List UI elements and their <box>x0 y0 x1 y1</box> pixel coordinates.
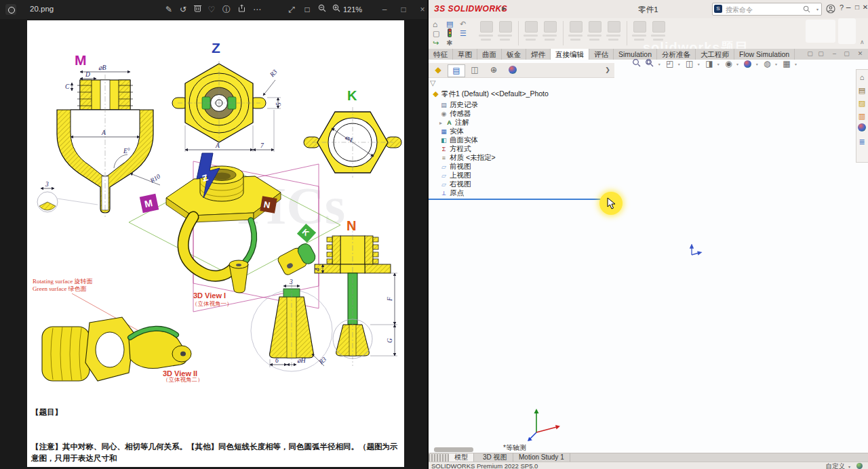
svg-text:G: G <box>387 338 393 343</box>
edit-appearance-icon[interactable] <box>744 60 751 68</box>
featuremanager-tab-icon[interactable]: ◆ <box>430 64 446 76</box>
zoom-fit-icon[interactable] <box>632 60 641 69</box>
zoom-in-icon[interactable] <box>330 4 342 15</box>
tree-item-origin[interactable]: ⟂原点 <box>439 188 464 197</box>
traffic-light-icon[interactable] <box>448 28 452 37</box>
dimxpertmanager-tab-icon[interactable]: ⊕ <box>486 64 502 76</box>
svg-text:⌀B: ⌀B <box>98 64 106 71</box>
restore-button[interactable]: □ <box>397 4 410 15</box>
view-settings-icon[interactable]: ▦ <box>783 59 790 68</box>
tree-item-solid-bodies[interactable]: ▦实体 <box>439 127 464 135</box>
tab-evaluate[interactable]: 评估 <box>589 49 614 60</box>
doc-cascade-icon[interactable]: ▢ <box>816 50 825 57</box>
minimize-button[interactable]: – <box>378 4 391 15</box>
equations-icon: Σ <box>439 145 448 153</box>
tree-item-sensors[interactable]: ◉传感器 <box>439 109 471 117</box>
tree-item-front-plane[interactable]: ▱前视图 <box>439 162 471 170</box>
info-icon[interactable]: ⓘ <box>220 4 233 15</box>
horizontal-scrollbar-thumb[interactable] <box>434 447 473 452</box>
part-icon: ◆ <box>431 89 440 98</box>
user-account-icon[interactable] <box>826 4 835 14</box>
display-style-icon[interactable]: ◨ <box>705 59 713 68</box>
rotate-icon[interactable]: ↺ <box>177 4 189 15</box>
doc-restore-icon[interactable]: ▢ <box>842 50 851 57</box>
delete-icon[interactable] <box>191 4 203 15</box>
manager-expand-icon[interactable]: ❯ <box>599 64 616 76</box>
search-icon[interactable] <box>803 5 810 13</box>
tree-filter-icon[interactable]: ▽ <box>430 79 435 87</box>
custom-properties-icon[interactable]: ≣ <box>856 136 867 147</box>
tree-item-annotations[interactable]: ▸ A注解 <box>439 118 469 126</box>
home-icon[interactable]: ⌂ <box>856 72 867 83</box>
configurationmanager-tab-icon[interactable]: ◫ <box>467 64 483 76</box>
rebuild-icon[interactable]: ↶ <box>460 20 466 28</box>
settings-gear-icon[interactable]: ✱ <box>446 39 452 47</box>
tab-surfaces[interactable]: 曲面 <box>477 49 502 60</box>
tab-features[interactable]: 特征 <box>429 49 453 60</box>
photos-filename: 20.png <box>30 5 54 13</box>
ribbon-command-disabled <box>567 20 585 46</box>
view-orientation-icon[interactable]: ◰ <box>666 59 673 68</box>
search-caret-icon[interactable]: ▾ <box>816 7 818 12</box>
z-view: Z A 7 <box>172 40 282 152</box>
displaymanager-tab-icon[interactable] <box>505 64 521 76</box>
share-icon[interactable] <box>235 4 248 15</box>
doc-close-icon[interactable]: ✕ <box>856 50 865 57</box>
customize-menu[interactable]: 自定义 <box>826 462 846 469</box>
tree-item-surface-bodies[interactable]: ◧曲面实体 <box>439 136 478 144</box>
svg-text:R10: R10 <box>149 173 161 184</box>
propertymanager-tab-icon[interactable]: ▤ <box>448 64 465 77</box>
tab-model[interactable]: 模型 <box>449 453 474 462</box>
favorite-icon[interactable]: ♡ <box>205 4 218 15</box>
save-icon[interactable]: ▤ <box>446 20 453 28</box>
tree-item-top-plane[interactable]: ▱上视图 <box>439 171 471 179</box>
tree-item-material[interactable]: ≡材质 <未指定> <box>439 153 496 161</box>
ribbon-collapse-icon[interactable]: ∧ <box>860 39 865 45</box>
file-explorer-icon[interactable]: ▨ <box>856 98 867 108</box>
svg-text:3: 3 <box>289 279 293 285</box>
search-box[interactable]: S 搜索命令 ▾ <box>712 3 822 16</box>
fullscreen-icon[interactable]: ⤢ <box>285 4 298 15</box>
corner-triad-icon <box>527 407 561 442</box>
tree-item-history[interactable]: ▤历史记录 <box>439 100 478 108</box>
edit-icon[interactable]: ✎ <box>163 4 175 15</box>
section-view-icon[interactable]: ◫ <box>686 59 693 68</box>
tab-3d-views[interactable]: 3D 视图 <box>477 453 513 462</box>
tree-root[interactable]: ◆零件1 (Default) <<Default>_Photo <box>431 89 549 98</box>
home-icon[interactable]: ⌂ <box>433 20 437 29</box>
zoom-out-icon[interactable] <box>316 4 328 15</box>
status-globe-icon[interactable] <box>856 463 863 469</box>
customize-caret-icon[interactable]: ▾ <box>848 464 850 469</box>
doc-minimize-icon[interactable]: – <box>830 50 839 57</box>
tab-direct-editing[interactable]: 直接编辑 <box>551 49 589 60</box>
sw-close-button[interactable]: ✕ <box>860 3 868 11</box>
doc-tile-icon[interactable]: ▢ <box>806 50 814 57</box>
tab-sheet-metal[interactable]: 钣金 <box>502 49 526 60</box>
tab-sketch[interactable]: 草图 <box>453 49 477 60</box>
manager-tab-bar: ◆ ▤ ◫ ⊕ ❯ <box>429 63 614 78</box>
zoom-area-icon[interactable] <box>645 60 654 69</box>
ribbon-command-disabled <box>477 20 495 46</box>
tab-weldments[interactable]: 焊件 <box>526 49 551 60</box>
fit-to-window-icon[interactable]: □ <box>301 4 313 15</box>
graphics-viewport[interactable]: ▾ ◰ ▾ ◫ ▾ ◨ ▾ ◉ ▾ ▾ ◍ ▾ ▦ ▾ ◆ ▤ ◫ ⊕ ❯ ▽ … <box>429 60 868 453</box>
new-doc-icon[interactable]: ▢ <box>433 29 439 38</box>
design-library-icon[interactable]: ▤ <box>856 85 867 96</box>
tree-splitter[interactable] <box>429 199 614 200</box>
tab-scroll-stripes[interactable] <box>429 454 449 462</box>
close-button[interactable]: × <box>416 4 429 15</box>
tab-motion-study[interactable]: Motion Study 1 <box>513 453 570 462</box>
svg-text:D: D <box>85 71 90 78</box>
zoom-level: 121% <box>343 5 362 14</box>
more-icon[interactable]: ⋯ <box>251 4 263 15</box>
open-icon[interactable]: ↪ <box>433 39 439 47</box>
appearances-icon[interactable] <box>856 123 867 134</box>
hide-show-items-icon[interactable]: ◉ <box>725 59 732 68</box>
options-list-icon[interactable]: ☰ <box>460 29 467 38</box>
expand-icon[interactable]: ▸ <box>439 120 442 126</box>
photos-app-icon[interactable] <box>5 4 16 15</box>
toolbox-icon[interactable]: ▥ <box>856 110 867 121</box>
tree-item-equations[interactable]: Σ方程式 <box>439 144 471 152</box>
tree-item-right-plane[interactable]: ▱右视图 <box>439 180 471 188</box>
apply-scene-icon[interactable]: ◍ <box>764 59 770 68</box>
